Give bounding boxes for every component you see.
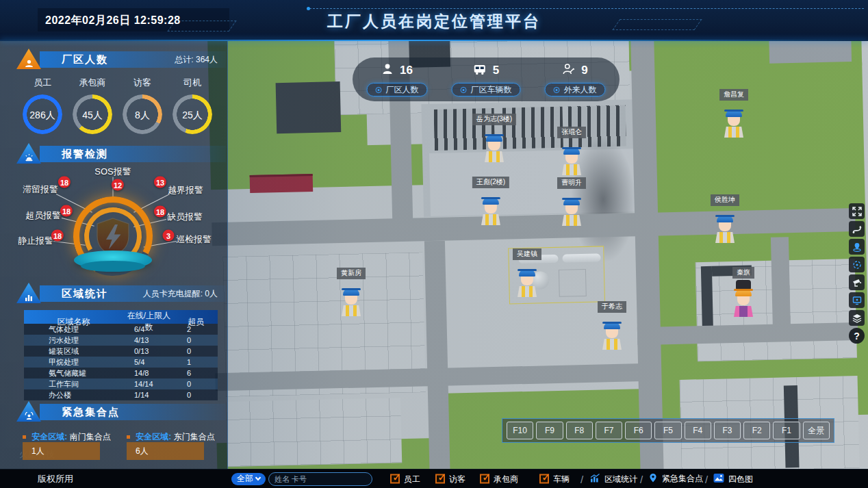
section-header-alarms: 报警检测 (40, 146, 226, 162)
group-label: 司机 (183, 77, 201, 89)
worker-marker[interactable]: 曹明升 (557, 175, 586, 226)
table-row[interactable]: 工作车间 14/14 0 (24, 378, 218, 389)
worker-marker[interactable]: 黄新房 (337, 266, 366, 316)
worker-name-tag: 于希志 (598, 301, 626, 313)
worker-marker[interactable]: 岳为志(3楼) (472, 112, 516, 162)
bullet-icon (23, 435, 26, 439)
floor-button-f10[interactable]: F10 (507, 422, 533, 439)
cell-over-count: 2 (175, 325, 218, 333)
search-input[interactable] (269, 473, 372, 485)
alarm-label: 缺员报警 (167, 211, 203, 223)
cell-online-limit: 14/8 (123, 369, 175, 377)
group-label: 员工 (34, 77, 51, 89)
table-row[interactable]: 气体处理 6/4 2 (24, 324, 218, 335)
region-table-header: 区域名称 在线/上限人数 超员 (24, 310, 218, 324)
cell-over-count: 1 (175, 358, 218, 366)
monitor-icon[interactable] (849, 292, 865, 308)
floor-button-overview[interactable]: 全景 (803, 422, 830, 439)
checkbox-icon (390, 474, 400, 484)
floor-button-f9[interactable]: F9 (536, 422, 563, 439)
stat-label: 外来人数 (564, 84, 597, 96)
worker-marker[interactable]: 吴建镇 (513, 246, 541, 297)
worker-marker[interactable]: 詹昌复 (719, 87, 748, 138)
map-tools-toolbar (849, 203, 865, 344)
stat-label: 厂区人数 (386, 84, 419, 96)
stat-label: 厂区车辆数 (471, 84, 512, 96)
copyright-text: 版权所用 (38, 473, 73, 485)
map-road (771, 237, 791, 326)
route-icon[interactable] (849, 221, 865, 237)
alarm-label: 巡检报警 (176, 233, 212, 246)
worker-marker[interactable]: 侯胜坤 (711, 192, 739, 243)
link-region-stats[interactable]: 区域统计 (590, 473, 637, 485)
person-icon (381, 63, 394, 78)
alarm-label: 越界报警 (168, 184, 203, 196)
target-icon[interactable] (849, 257, 865, 272)
table-row[interactable]: 办公楼 1/14 0 (24, 389, 218, 400)
floor-button-f8[interactable]: F8 (566, 422, 593, 439)
alarm-label: 静止报警 (18, 235, 53, 247)
alarm-label: SOS报警 (94, 166, 131, 178)
stat-label-pill[interactable]: 厂区人数 (367, 83, 428, 97)
filter-all-dropdown[interactable]: 全部 (231, 473, 266, 485)
assembly-count-bar[interactable]: 6人 (127, 442, 204, 460)
page-title: 工厂人员在岗定位管理平台 (327, 11, 541, 32)
section-header-assembly: 紧急集合点 (40, 404, 226, 420)
assembly-zone-label: 安全区域: 东门集合点 (127, 431, 215, 443)
dot-ring-icon (554, 87, 560, 93)
group-label: 访客 (133, 77, 151, 89)
cell-online-limit: 14/14 (123, 380, 175, 388)
header-datetime: 2022年02月26日 12:59:28 (45, 14, 181, 28)
cell-region-name: 氨气储藏罐 (24, 368, 123, 378)
cctv-camera-icon[interactable] (849, 274, 865, 290)
filter-checkbox-contractors[interactable]: 承包商 (480, 473, 518, 485)
link-four-color-map[interactable]: 四色图 (713, 473, 753, 485)
cell-online-limit: 0/13 (123, 347, 175, 355)
chevron-down-icon (255, 475, 261, 480)
help-icon[interactable] (849, 328, 865, 344)
filter-checkbox-visitors[interactable]: 访客 (435, 473, 465, 485)
cell-region-name: 罐装区域 (24, 346, 123, 357)
separator: / (705, 473, 708, 485)
checkbox-label: 承包商 (494, 473, 518, 485)
stat-label-pill[interactable]: 厂区车辆数 (452, 83, 521, 97)
worker-name-tag: 黄新房 (337, 268, 366, 279)
cell-online-limit: 6/4 (123, 325, 175, 333)
layers-icon[interactable] (849, 310, 865, 326)
cell-over-count: 0 (175, 391, 218, 399)
floor-button-f6[interactable]: F6 (625, 422, 652, 439)
table-row[interactable]: 罐装区域 0/13 0 (24, 346, 218, 357)
table-row[interactable]: 氨气储藏罐 14/8 6 (24, 368, 218, 378)
floor-button-f7[interactable]: F7 (596, 422, 622, 439)
link-assembly-points[interactable]: 紧急集合点 (648, 473, 703, 485)
floor-button-f5[interactable]: F5 (654, 422, 681, 439)
floor-button-f2[interactable]: F2 (743, 422, 770, 439)
filter-checkbox-vehicles[interactable]: 车辆 (539, 473, 570, 485)
bottom-bar: 版权所用 全部 员工 访客 承包商 车辆 (0, 469, 868, 488)
worker-marker[interactable]: 王彪(2楼) (472, 175, 509, 225)
bus-icon (473, 63, 487, 78)
cell-online-limit: 5/4 (123, 358, 175, 366)
zone-name: 东门集合点 (174, 432, 215, 441)
floor-button-f4[interactable]: F4 (685, 422, 711, 439)
worker-marker[interactable]: 于希志 (598, 299, 626, 350)
assembly-count-bar[interactable]: 1人 (23, 442, 100, 460)
worker-name-tag: 岳为志(3楼) (472, 114, 516, 125)
table-row[interactable]: 污水处理 4/13 0 (24, 335, 218, 346)
region-table: 区域名称 在线/上限人数 超员 气体处理 6/4 2 污水处理 4/13 0 罐… (24, 310, 218, 400)
filter-checkbox-employees[interactable]: 员工 (390, 473, 420, 485)
worker-marker[interactable]: 张琨仑 (557, 125, 586, 175)
worker-avatar (483, 134, 505, 162)
worker-avatar (561, 147, 583, 175)
zone-name: 南门集合点 (70, 432, 111, 441)
alarm-label: 滞留报警 (23, 183, 58, 196)
fullscreen-icon[interactable] (849, 203, 865, 219)
stat-label-pill[interactable]: 外来人数 (545, 83, 606, 97)
worker-marker[interactable]: 秦旗 (732, 265, 754, 317)
cell-region-name: 污水处理 (24, 335, 123, 346)
floor-button-f1[interactable]: F1 (773, 422, 800, 439)
locate-pin-icon[interactable] (849, 239, 865, 255)
table-row[interactable]: 甲烷处理 5/4 1 (24, 357, 218, 368)
assembly-count: 1人 (31, 446, 44, 457)
floor-button-f3[interactable]: F3 (714, 422, 741, 439)
